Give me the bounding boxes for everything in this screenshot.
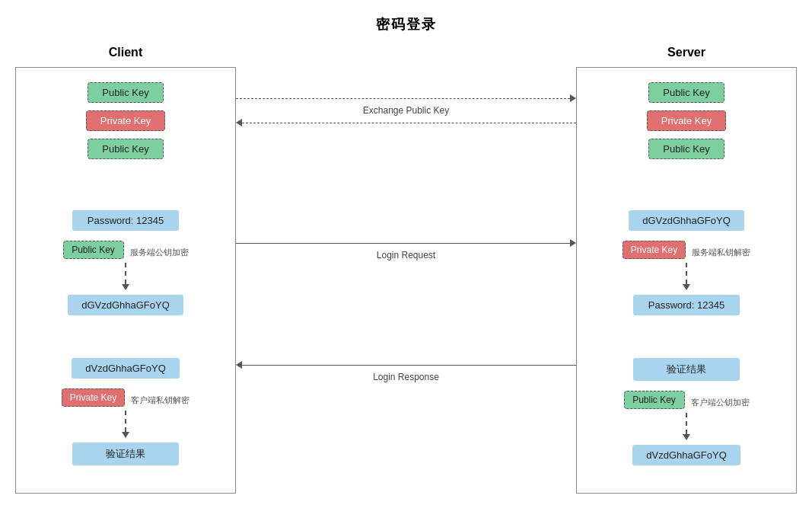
server-decrypt-label: 服务端私钥解密 [692, 242, 750, 258]
client-enc-key: Public Key [63, 241, 124, 259]
arrow-exchange-left [236, 119, 576, 126]
client-dec-key: Private Key [62, 388, 125, 407]
login-request-label: Login Request [377, 250, 435, 260]
client-section: Client Public Key Private Key Public Key… [15, 46, 236, 494]
login-request-group: Login Request [236, 239, 576, 262]
arrow-right-head-2 [570, 239, 576, 247]
client-encrypted-data: dGVzdGhhaGFoYQ [68, 295, 183, 315]
arrow-login-right [236, 239, 576, 247]
server-encrypted-received: dGVzdGhhaGFoYQ [629, 210, 744, 231]
server-encrypt-label: 客户端公钥加密 [691, 392, 750, 408]
server-keys-group: Public Key Private Key Public Key [647, 80, 726, 161]
login-response-group: Login Response [236, 361, 576, 384]
client-private-key: Private Key [86, 110, 165, 131]
arrow-login-left [236, 361, 576, 369]
client-down-arrow-1 [122, 263, 129, 290]
server-dec-key: Private Key [623, 241, 686, 259]
server-label: Server [667, 46, 705, 59]
arrow-left-head-1 [236, 119, 242, 126]
server-private-key: Private Key [647, 110, 726, 131]
client-decrypt-label: 客户端私钥解密 [131, 390, 189, 406]
client-keys-group: Public Key Private Key Public Key [86, 80, 165, 161]
arrow-exchange-right [236, 94, 576, 102]
login-response-label: Login Response [373, 372, 439, 382]
server-down-arrow-2 [683, 413, 690, 440]
client-box: Public Key Private Key Public Key Passwo… [15, 67, 236, 494]
server-box: Public Key Private Key Public Key dGVzdG… [576, 67, 797, 494]
client-public-key-1: Public Key [88, 82, 164, 103]
server-enc-key: Public Key [624, 391, 685, 409]
server-encrypt-step: Public Key 客户端公钥加密 [624, 388, 750, 411]
client-decrypt-step: Private Key 客户端私钥解密 [62, 386, 189, 409]
arrow-right-head-1 [570, 94, 576, 102]
client-label: Client [109, 46, 142, 59]
client-encrypt-step: Public Key 服务端公钥加密 [63, 238, 189, 261]
page-title: 密码登录 [376, 15, 437, 34]
client-public-key-2: Public Key [88, 139, 164, 159]
server-down-arrow-1 [683, 263, 690, 290]
server-public-key-2: Public Key [648, 139, 724, 159]
arrow-left-head-2 [236, 361, 242, 369]
server-public-key-1: Public Key [648, 82, 724, 103]
client-encrypt-label: 服务端公钥加密 [130, 242, 189, 258]
server-enc-response: dVzdGhhaGFoYQ [632, 445, 740, 465]
server-decrypted-password: Password: 12345 [633, 295, 740, 315]
exchange-label: Exchange Public Key [363, 105, 449, 116]
client-result: 验证结果 [72, 443, 179, 465]
center-section: Exchange Public Key Login Request [236, 46, 576, 384]
client-down-arrow-2 [122, 411, 129, 438]
server-verify-result: 验证结果 [633, 358, 740, 381]
client-password: Password: 12345 [72, 210, 179, 231]
server-decrypt-step: Private Key 服务端私钥解密 [623, 238, 750, 261]
server-section: Server Public Key Private Key Public Key… [576, 46, 797, 494]
client-enc-data-3: dVzdGhhaGFoYQ [72, 358, 180, 379]
